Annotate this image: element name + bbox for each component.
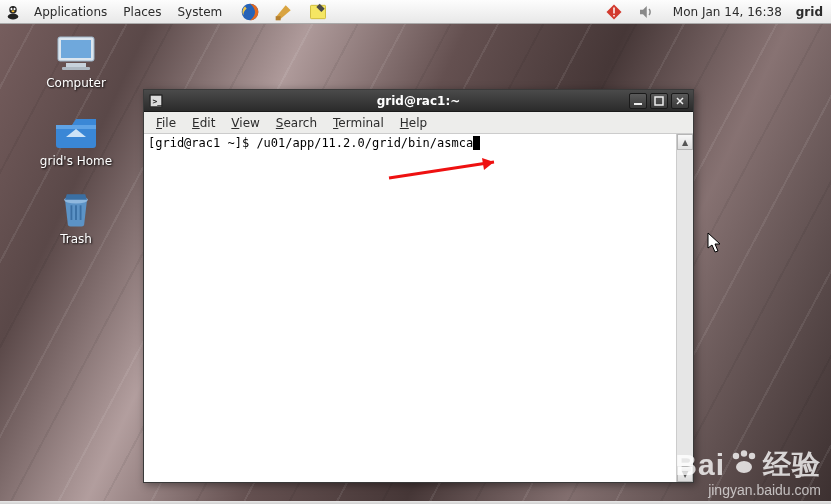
terminal-prompt: [grid@rac1 ~]$ <box>148 136 256 150</box>
user-menu[interactable]: grid <box>796 5 823 19</box>
terminal-content[interactable]: [grid@rac1 ~]$ /u01/app/11.2.0/grid/bin/… <box>144 134 676 482</box>
svg-rect-18 <box>80 205 82 220</box>
svg-rect-14 <box>62 67 90 70</box>
system-menu[interactable]: System <box>169 2 230 22</box>
update-alert-icon[interactable] <box>604 2 624 22</box>
svg-point-2 <box>11 7 13 9</box>
svg-point-0 <box>9 6 17 14</box>
desktop-icon-label: grid's Home <box>40 154 112 168</box>
menu-file[interactable]: File <box>148 114 184 132</box>
svg-rect-9 <box>613 7 615 13</box>
svg-marker-27 <box>482 158 494 170</box>
computer-icon <box>52 32 100 74</box>
desktop-icon-home[interactable]: grid's Home <box>36 110 116 168</box>
maximize-button[interactable] <box>650 93 668 109</box>
svg-rect-12 <box>61 40 91 58</box>
terminal-window: >_ grid@rac1:~ File Edit View Search Ter… <box>143 89 694 483</box>
svg-rect-13 <box>66 63 86 67</box>
home-folder-icon <box>52 110 100 152</box>
svg-text:>_: >_ <box>153 96 163 105</box>
desktop-icon-computer[interactable]: Computer <box>36 32 116 90</box>
desktop-icon-trash[interactable]: Trash <box>36 188 116 246</box>
menu-terminal[interactable]: Terminal <box>325 114 392 132</box>
help-icon[interactable] <box>273 1 295 23</box>
desktop-icons-area: Computer grid's Home Trash <box>36 32 116 246</box>
menu-search[interactable]: Search <box>268 114 325 132</box>
svg-point-4 <box>12 10 15 12</box>
applications-menu[interactable]: Applications <box>26 2 115 22</box>
svg-point-1 <box>8 13 19 19</box>
notes-icon[interactable] <box>307 1 329 23</box>
clock[interactable]: Mon Jan 14, 16:38 <box>665 5 790 19</box>
svg-rect-17 <box>75 205 77 220</box>
volume-icon[interactable] <box>636 2 656 22</box>
trash-icon <box>52 188 100 230</box>
annotation-arrow-icon <box>384 156 524 186</box>
svg-rect-16 <box>71 205 73 220</box>
terminal-scrollbar[interactable]: ▲ ▼ <box>676 134 693 482</box>
terminal-menubar: File Edit View Search Terminal Help <box>144 112 693 134</box>
scroll-up-button[interactable]: ▲ <box>677 134 693 150</box>
menu-help[interactable]: Help <box>392 114 435 132</box>
terminal-body: [grid@rac1 ~]$ /u01/app/11.2.0/grid/bin/… <box>144 134 693 482</box>
desktop-icon-label: Computer <box>46 76 106 90</box>
desktop-icon-label: Trash <box>60 232 92 246</box>
top-panel: Applications Places System Mon Jan 14, 1… <box>0 0 831 24</box>
terminal-icon: >_ <box>148 93 164 109</box>
menu-view[interactable]: View <box>223 114 267 132</box>
scroll-track[interactable] <box>677 150 693 466</box>
close-button[interactable] <box>671 93 689 109</box>
distro-logo-icon <box>3 2 23 22</box>
terminal-command: /u01/app/11.2.0/grid/bin/asmca <box>256 136 473 150</box>
window-title: grid@rac1:~ <box>377 94 461 108</box>
svg-line-26 <box>389 162 494 178</box>
scroll-down-button[interactable]: ▼ <box>677 466 693 482</box>
menu-edit[interactable]: Edit <box>184 114 223 132</box>
terminal-cursor <box>473 136 480 150</box>
window-titlebar[interactable]: >_ grid@rac1:~ <box>144 90 693 112</box>
svg-rect-23 <box>655 97 663 105</box>
svg-rect-10 <box>613 15 615 17</box>
svg-rect-6 <box>276 16 281 20</box>
firefox-icon[interactable] <box>239 1 261 23</box>
places-menu[interactable]: Places <box>115 2 169 22</box>
svg-rect-22 <box>634 103 642 105</box>
minimize-button[interactable] <box>629 93 647 109</box>
svg-point-3 <box>14 7 16 9</box>
